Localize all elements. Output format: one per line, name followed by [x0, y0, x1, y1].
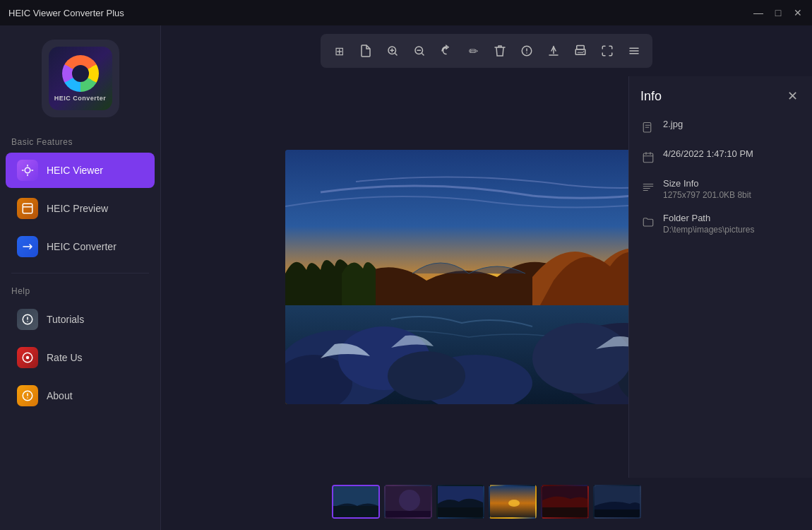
heic-converter-label: HEIC Converter [47, 241, 117, 252]
window-controls: — □ ✕ [753, 7, 804, 18]
thumbnail-3[interactable] [436, 485, 484, 519]
thumbnail-5[interactable] [541, 485, 589, 519]
svg-rect-35 [438, 507, 484, 519]
size-icon [640, 179, 656, 195]
info-folder-label: Folder Path [663, 213, 754, 223]
zoom-in-button[interactable] [380, 38, 405, 64]
heic-preview-icon [17, 198, 38, 219]
logo-circle-icon [62, 55, 99, 92]
svg-rect-41 [595, 510, 641, 519]
image-canvas [285, 150, 688, 404]
sidebar-item-rate-us[interactable]: Rate Us [6, 340, 155, 375]
edit-button[interactable]: ✏ [460, 38, 486, 64]
svg-point-4 [26, 356, 30, 360]
svg-rect-14 [629, 53, 639, 54]
delete-button[interactable] [487, 38, 513, 64]
heic-viewer-label: HEIC Viewer [47, 165, 103, 176]
toolbar: ⊞ ✏ [161, 25, 812, 76]
main-image-view [285, 150, 688, 404]
open-file-button[interactable] [353, 38, 378, 64]
thumbnail-6[interactable] [593, 485, 641, 519]
tutorials-icon [17, 309, 38, 330]
info-folder-value: D:\temp\images\pictures [663, 225, 754, 235]
thumbnail-1[interactable] [332, 485, 380, 519]
svg-rect-9 [577, 46, 585, 49]
close-button[interactable]: ✕ [792, 7, 804, 18]
svg-point-0 [25, 167, 30, 173]
sidebar-divider [11, 273, 149, 273]
minimize-button[interactable]: — [753, 7, 764, 18]
info-panel-close-button[interactable]: ✕ [784, 88, 801, 105]
about-label: About [47, 390, 73, 401]
info-filename-row: 2.jpg [640, 119, 801, 136]
rate-us-icon [17, 347, 38, 368]
thumbnail-4[interactable] [489, 485, 537, 519]
maximize-button[interactable]: □ [772, 7, 784, 18]
info-folder-content: Folder Path D:\temp\images\pictures [663, 213, 754, 235]
info-panel-title: Info [640, 89, 662, 104]
heic-viewer-icon [17, 160, 38, 181]
svg-rect-39 [542, 507, 589, 519]
help-header: Help [0, 281, 160, 300]
image-area: › Info ✕ 2.jpg [161, 76, 812, 478]
thumbnail-2[interactable] [384, 485, 432, 519]
about-icon [17, 385, 38, 406]
info-datetime-content: 4/26/2022 1:47:10 PM [663, 148, 753, 159]
svg-rect-33 [386, 511, 432, 519]
more-button[interactable] [621, 38, 647, 64]
info-size-value: 1275x797 201.0KB 8bit [663, 190, 751, 200]
zoom-out-button[interactable] [407, 38, 432, 64]
sidebar-item-heic-preview[interactable]: HEIC Preview [6, 191, 155, 226]
thumbnails-bar [161, 478, 812, 530]
grid-view-button[interactable]: ⊞ [326, 38, 352, 64]
basic-features-header: Basic Features [0, 131, 160, 151]
info-filename-content: 2.jpg [663, 119, 683, 129]
info-folder-row: Folder Path D:\temp\images\pictures [640, 213, 801, 235]
svg-point-26 [388, 351, 465, 401]
svg-point-24 [532, 323, 631, 394]
info-size-content: Size Info 1275x797 201.0KB 8bit [663, 178, 751, 200]
sidebar-item-about[interactable]: About [6, 378, 155, 413]
info-datetime-row: 4/26/2022 1:47:10 PM [640, 148, 801, 165]
rotate-button[interactable] [434, 38, 459, 64]
logo-area: HEIC Converter [0, 33, 160, 131]
fullscreen-button[interactable] [595, 38, 620, 64]
info-size-row: Size Info 1275x797 201.0KB 8bit [640, 178, 801, 200]
print-button[interactable] [568, 38, 593, 64]
svg-point-32 [399, 490, 420, 511]
svg-point-37 [508, 500, 520, 507]
svg-point-11 [583, 51, 585, 52]
toolbar-inner: ⊞ ✏ [321, 34, 652, 68]
svg-rect-1 [23, 204, 32, 213]
info-button[interactable] [514, 38, 539, 64]
svg-rect-10 [575, 49, 585, 55]
svg-rect-28 [643, 153, 653, 163]
sidebar: HEIC Converter Basic Features HEIC Viewe… [0, 25, 161, 530]
info-panel-header: Info ✕ [640, 88, 801, 105]
svg-rect-12 [629, 48, 639, 49]
content-area: ⊞ ✏ [161, 25, 812, 530]
heic-converter-icon [17, 236, 38, 257]
svg-rect-13 [629, 50, 639, 52]
filename-icon [640, 120, 656, 136]
heic-preview-label: HEIC Preview [47, 203, 108, 214]
app-title: HEIC Viewer Converter Plus [8, 8, 124, 18]
info-datetime-value: 4/26/2022 1:47:10 PM [663, 148, 753, 159]
title-bar: HEIC Viewer Converter Plus — □ ✕ [0, 0, 812, 25]
info-size-label: Size Info [663, 178, 751, 189]
svg-rect-30 [333, 506, 380, 519]
datetime-icon [640, 150, 656, 165]
tutorials-label: Tutorials [47, 314, 84, 325]
sidebar-item-tutorials[interactable]: Tutorials [6, 302, 155, 337]
sidebar-item-heic-converter[interactable]: HEIC Converter [6, 229, 155, 264]
info-filename-value: 2.jpg [663, 119, 683, 129]
rate-us-label: Rate Us [47, 352, 83, 363]
info-panel: Info ✕ 2.jpg [628, 76, 812, 478]
logo-text-label: HEIC Converter [54, 95, 107, 102]
main-layout: HEIC Converter Basic Features HEIC Viewe… [0, 25, 812, 530]
app-logo: HEIC Converter [42, 40, 119, 117]
folder-icon [640, 214, 656, 230]
sidebar-item-heic-viewer[interactable]: HEIC Viewer [6, 153, 155, 188]
share-button[interactable] [541, 38, 566, 64]
